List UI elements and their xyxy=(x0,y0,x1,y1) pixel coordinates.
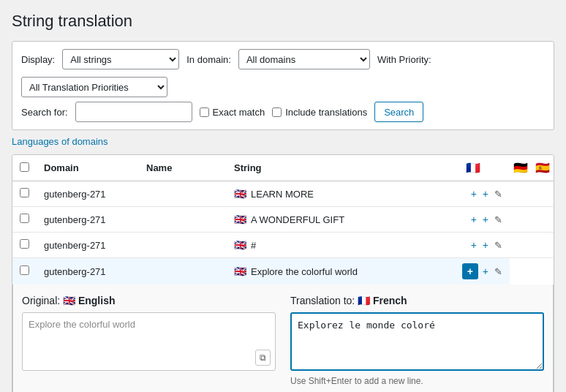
row1-string: 🇬🇧 LEARN MORE xyxy=(227,181,437,207)
row2-string: 🇬🇧 A WONDERFUL GIFT xyxy=(227,207,437,233)
row1-checkbox[interactable] xyxy=(20,188,29,197)
row3-actions: + + ✎ xyxy=(437,233,510,258)
translation-col: Translation to: 🇫🇷 French Explorez le mo… xyxy=(290,295,544,386)
exact-match-checkbox[interactable] xyxy=(200,108,209,117)
row1-actions: + + ✎ xyxy=(437,181,510,207)
domain-label: In domain: xyxy=(186,54,231,65)
original-lang-flag: 🇬🇧 xyxy=(63,295,75,306)
table-row: gutenberg-271 🇬🇧 A WONDERFUL GIFT + + ✎ xyxy=(12,207,554,233)
main-table-container: Domain Name String 🇫🇷 🇩🇪 🇪🇸 gutenberg-27… xyxy=(12,154,554,392)
row2-actions: + + ✎ xyxy=(437,207,510,233)
row3-edit-icon[interactable]: ✎ xyxy=(493,238,504,252)
row4-edit-icon[interactable]: ✎ xyxy=(493,265,504,279)
row1-flag: 🇬🇧 xyxy=(234,188,246,200)
exact-match-label[interactable]: Exact match xyxy=(200,107,265,118)
translation-row: Original: 🇬🇧 English Explore the colorfu… xyxy=(22,295,544,386)
translation-panel: Original: 🇬🇧 English Explore the colorfu… xyxy=(12,284,554,392)
row1-check xyxy=(12,181,37,207)
toolbar-row-1: Display: All strings Untranslated Transl… xyxy=(21,49,545,97)
table-row: gutenberg-271 🇬🇧 # + + ✎ xyxy=(12,233,554,258)
display-select[interactable]: All strings Untranslated Translated Fuzz… xyxy=(62,49,179,69)
row4-string-text: Explore the colorful world xyxy=(251,266,358,277)
row2-domain: gutenberg-271 xyxy=(37,207,139,233)
row1-edit-icon[interactable]: ✎ xyxy=(493,187,504,201)
row1-name xyxy=(139,181,227,207)
domain-select[interactable]: All domains gutenberg-271 xyxy=(238,49,370,69)
row2-name xyxy=(139,207,227,233)
row2-flag: 🇬🇧 xyxy=(234,214,246,225)
include-translations-checkbox[interactable] xyxy=(272,108,282,117)
copy-button[interactable]: ⧉ xyxy=(255,350,271,366)
row4-add-fr-button[interactable]: + xyxy=(462,263,478,279)
page-title: String translation xyxy=(12,12,554,31)
row2-add-fr-icon[interactable]: + xyxy=(469,212,478,227)
original-col: Original: 🇬🇧 English Explore the colorfu… xyxy=(22,295,276,371)
priority-label: With Priority: xyxy=(377,54,431,65)
row3-domain: gutenberg-271 xyxy=(37,233,139,258)
search-input[interactable] xyxy=(75,102,192,122)
translation-lang-flag: 🇫🇷 xyxy=(358,295,370,306)
row3-flag: 🇬🇧 xyxy=(234,239,246,251)
toolbar: Display: All strings Untranslated Transl… xyxy=(12,41,554,130)
strings-table: Domain Name String 🇫🇷 🇩🇪 🇪🇸 gutenberg-27… xyxy=(12,155,554,284)
original-lang-name: English xyxy=(78,295,116,306)
languages-link-wrap: Languages of domains xyxy=(12,130,554,147)
toolbar-row-2: Search for: Exact match Include translat… xyxy=(21,102,545,122)
row4-add-de-icon[interactable]: + xyxy=(481,264,490,279)
row4-flag: 🇬🇧 xyxy=(234,265,246,277)
row4-actions: + + ✎ xyxy=(437,258,510,285)
row4-string: 🇬🇧 Explore the colorful world xyxy=(227,258,437,285)
translation-hint: Use Shift+Enter to add a new line. xyxy=(290,376,544,386)
th-check xyxy=(12,155,37,181)
row2-check xyxy=(12,207,37,233)
th-flag-de: 🇩🇪 xyxy=(510,155,532,181)
original-text: Explore the colorful world xyxy=(29,319,135,330)
row4-check xyxy=(12,258,37,285)
search-for-label: Search for: xyxy=(21,107,68,118)
row1-add-fr-icon[interactable]: + xyxy=(469,186,478,201)
translation-lang-name: French xyxy=(373,295,407,306)
table-header-row: Domain Name String 🇫🇷 🇩🇪 🇪🇸 xyxy=(12,155,554,181)
languages-of-domains-link[interactable]: Languages of domains xyxy=(12,136,108,147)
row1-domain: gutenberg-271 xyxy=(37,181,139,207)
th-flag-fr: 🇫🇷 xyxy=(437,155,510,181)
row1-string-text: LEARN MORE xyxy=(251,189,314,200)
include-translations-label[interactable]: Include translations xyxy=(272,107,367,118)
row4-checkbox[interactable] xyxy=(20,265,29,275)
page-wrap: String translation Display: All strings … xyxy=(0,0,566,392)
row4-domain: gutenberg-271 xyxy=(37,258,139,285)
display-label: Display: xyxy=(21,54,55,65)
row2-add-de-icon[interactable]: + xyxy=(481,212,490,227)
priority-select[interactable]: All Translation Priorities High Medium L… xyxy=(21,77,167,97)
row3-string: 🇬🇧 # xyxy=(227,233,437,258)
row3-checkbox[interactable] xyxy=(20,239,29,249)
row2-checkbox[interactable] xyxy=(20,214,29,223)
row2-edit-icon[interactable]: ✎ xyxy=(493,213,504,227)
table-row: gutenberg-271 🇬🇧 Explore the colorful wo… xyxy=(12,258,554,285)
row3-check xyxy=(12,233,37,258)
th-string: String xyxy=(227,155,437,181)
select-all-checkbox[interactable] xyxy=(20,162,29,172)
row4-name xyxy=(139,258,227,285)
row1-add-de-icon[interactable]: + xyxy=(481,186,490,201)
table-row: gutenberg-271 🇬🇧 LEARN MORE + + ✎ xyxy=(12,181,554,207)
translation-textarea[interactable]: Explorez le monde coloré xyxy=(290,312,544,371)
translation-title: Translation to: 🇫🇷 French xyxy=(290,295,544,306)
row3-name xyxy=(139,233,227,258)
search-button[interactable]: Search xyxy=(374,102,423,122)
th-domain: Domain xyxy=(37,155,139,181)
original-text-box: Explore the colorful world ⧉ xyxy=(22,312,276,371)
row3-add-fr-icon[interactable]: + xyxy=(469,238,478,252)
row2-string-text: A WONDERFUL GIFT xyxy=(251,214,344,225)
row3-string-text: # xyxy=(251,240,256,251)
th-name: Name xyxy=(139,155,227,181)
th-flag-es: 🇪🇸 xyxy=(532,155,554,181)
row3-add-de-icon[interactable]: + xyxy=(481,238,490,252)
original-title: Original: 🇬🇧 English xyxy=(22,295,276,306)
